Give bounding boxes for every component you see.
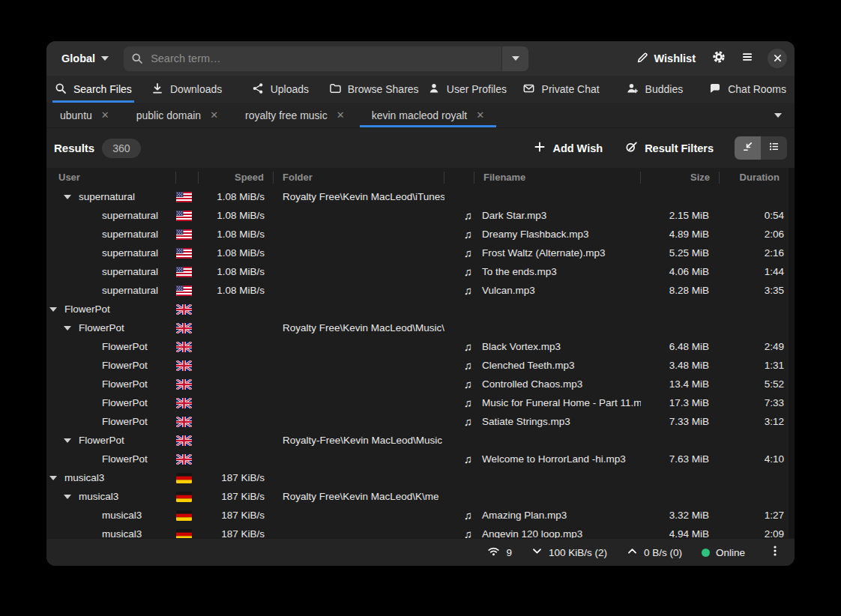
search-input[interactable]: [149, 52, 501, 65]
menu-button[interactable]: [735, 46, 760, 70]
result-row[interactable]: musical3187 KiB/s: [49, 468, 789, 487]
filename: Dreamy Flashback.mp3: [474, 229, 641, 240]
country-flag-gb: [176, 417, 199, 427]
result-row[interactable]: supernatural1.08 MiB/s♫Frost Waltz (Alte…: [49, 244, 789, 262]
close-tab-icon[interactable]: ✕: [101, 110, 109, 120]
expander-icon[interactable]: [49, 476, 57, 480]
music-note-icon: ♫: [444, 453, 474, 465]
add-wish-button[interactable]: Add Wish: [526, 136, 610, 160]
search-tab-bar: ubuntu✕public domain✕royalty free music✕…: [46, 103, 795, 128]
result-row[interactable]: FlowerPotRoyalty Free\Kevin MacLeod\Musi…: [49, 318, 789, 337]
result-row[interactable]: supernatural1.08 MiB/s♫Dark Star.mp32.15…: [49, 206, 789, 225]
share-icon: [252, 82, 264, 97]
user-cell: supernatural: [49, 229, 176, 240]
tab-user-profiles[interactable]: User Profiles: [420, 76, 514, 103]
expander-icon[interactable]: [64, 495, 71, 499]
username: musical3: [102, 528, 142, 538]
close-tab-icon[interactable]: ✕: [210, 110, 218, 120]
list-view-toggle[interactable]: [761, 136, 787, 160]
tab-search-files[interactable]: Search Files: [46, 76, 140, 103]
search-tab-public-domain[interactable]: public domain✕: [123, 103, 232, 127]
result-row[interactable]: supernatural1.08 MiB/s♫Dreamy Flashback.…: [49, 225, 789, 244]
file-size: 7.63 MiB: [641, 453, 720, 465]
file-size: 8.28 MiB: [641, 285, 720, 296]
result-row[interactable]: FlowerPot♫Black Vortex.mp36.48 MiB2:49: [49, 337, 789, 356]
tab-browse-shares[interactable]: Browse Shares: [327, 76, 420, 103]
column-header-fileicon[interactable]: [444, 172, 474, 184]
music-note-icon: ♫: [444, 396, 474, 409]
country-flag-gb: [176, 360, 199, 371]
username: supernatural: [102, 285, 158, 296]
result-row[interactable]: FlowerPot: [49, 300, 789, 318]
country-flag-gb: [176, 323, 199, 333]
result-row[interactable]: FlowerPot♫Welcome to HorrorLand -hi.mp37…: [49, 450, 789, 468]
close-tab-icon[interactable]: ✕: [337, 110, 345, 120]
file-size: 4.06 MiB: [641, 266, 720, 277]
result-row[interactable]: FlowerPot♫Music for Funeral Home - Part …: [49, 393, 789, 412]
filename: Angevin 120 loop.mp3: [474, 528, 641, 538]
speed-value: 1.08 MiB/s: [199, 285, 274, 296]
expander-icon[interactable]: [64, 195, 71, 199]
connections-status[interactable]: 9: [487, 546, 512, 559]
column-header-country[interactable]: [176, 172, 199, 184]
filename: Controlled Chaos.mp3: [474, 378, 641, 390]
result-row[interactable]: supernatural1.08 MiB/s♫Vulcan.mp38.28 Mi…: [49, 281, 789, 300]
result-row[interactable]: musical3187 KiB/sRoyalty Free\Kevin MacL…: [49, 487, 789, 506]
tab-chat-rooms[interactable]: Chat Rooms: [701, 76, 795, 103]
result-row[interactable]: FlowerPot♫Clenched Teeth.mp33.48 MiB1:31: [49, 356, 789, 375]
person-add-icon: [626, 82, 639, 97]
close-tab-icon[interactable]: ✕: [476, 110, 484, 120]
preferences-button[interactable]: [706, 46, 732, 70]
hamburger-icon: [741, 51, 753, 66]
scrollbar-track[interactable]: [789, 168, 795, 538]
wishlist-label: Wishlist: [654, 52, 696, 64]
filename: Vulcan.mp3: [474, 285, 641, 296]
expander-icon[interactable]: [64, 438, 71, 443]
file-duration: 2:06: [720, 229, 789, 240]
music-note-icon: ♫: [444, 359, 474, 372]
result-row[interactable]: FlowerPot♫Controlled Chaos.mp313.4 MiB5:…: [49, 375, 789, 393]
result-row[interactable]: FlowerPot♫Satiate Strings.mp37.33 MiB3:1…: [49, 412, 789, 431]
column-header-folder[interactable]: Folder: [274, 172, 444, 184]
user-cell: musical3: [49, 472, 176, 483]
tab-buddies[interactable]: Buddies: [608, 76, 702, 103]
collapse-all-toggle[interactable]: [735, 136, 761, 160]
expander-icon[interactable]: [49, 307, 57, 312]
search-tab-royalty-free-music[interactable]: royalty free music✕: [232, 103, 358, 127]
result-filters-button[interactable]: Result Filters: [618, 136, 721, 161]
result-row[interactable]: supernatural1.08 MiB/s♫To the ends.mp34.…: [49, 262, 789, 281]
search-scope-button[interactable]: Global: [55, 48, 115, 69]
column-header-duration[interactable]: Duration: [720, 172, 789, 184]
expander-icon[interactable]: [64, 326, 71, 330]
result-row[interactable]: supernatural1.08 MiB/sRoyalty Free\Kevin…: [49, 187, 789, 206]
search-tab-ubuntu[interactable]: ubuntu✕: [46, 103, 123, 127]
column-header-user[interactable]: User: [49, 172, 176, 184]
user-cell: musical3: [49, 528, 176, 538]
tab-downloads[interactable]: Downloads: [140, 76, 234, 103]
search-mode-dropdown[interactable]: [501, 46, 528, 71]
result-row[interactable]: FlowerPotRoyalty-Free\Kevin MacLeod\Musi…: [49, 431, 789, 450]
download-rate: 100 KiB/s (2): [549, 547, 607, 558]
tab-private-chat[interactable]: Private Chat: [514, 76, 608, 103]
wishlist-button[interactable]: Wishlist: [629, 46, 703, 71]
download-rate-status[interactable]: 100 KiB/s (2): [531, 546, 607, 559]
file-size: 17.3 MiB: [641, 397, 720, 408]
country-flag-us: [176, 211, 199, 221]
result-row[interactable]: musical3187 KiB/s♫Amazing Plan.mp33.32 M…: [49, 506, 789, 525]
status-menu-button[interactable]: [765, 542, 786, 563]
column-header-speed[interactable]: Speed: [199, 172, 274, 184]
upload-rate-status[interactable]: 0 B/s (0): [627, 546, 682, 559]
column-header-filename[interactable]: Filename: [474, 172, 641, 184]
music-note-icon: ♫: [444, 378, 474, 390]
country-flag-us: [176, 248, 199, 259]
connection-status[interactable]: Online: [702, 547, 745, 558]
country-flag-gb: [176, 304, 199, 315]
tab-label: Buddies: [645, 83, 684, 95]
result-row[interactable]: musical3187 KiB/s♫Angevin 120 loop.mp34.…: [49, 525, 789, 538]
tab-uploads[interactable]: Uploads: [234, 76, 328, 103]
search-tabs-overflow-button[interactable]: [762, 103, 795, 127]
search-tab-kevin-macleod-royalt[interactable]: kevin macleod royalt✕: [358, 103, 498, 127]
gear-icon: [712, 50, 726, 67]
column-header-size[interactable]: Size: [641, 172, 720, 184]
window-close-button[interactable]: [768, 49, 787, 68]
